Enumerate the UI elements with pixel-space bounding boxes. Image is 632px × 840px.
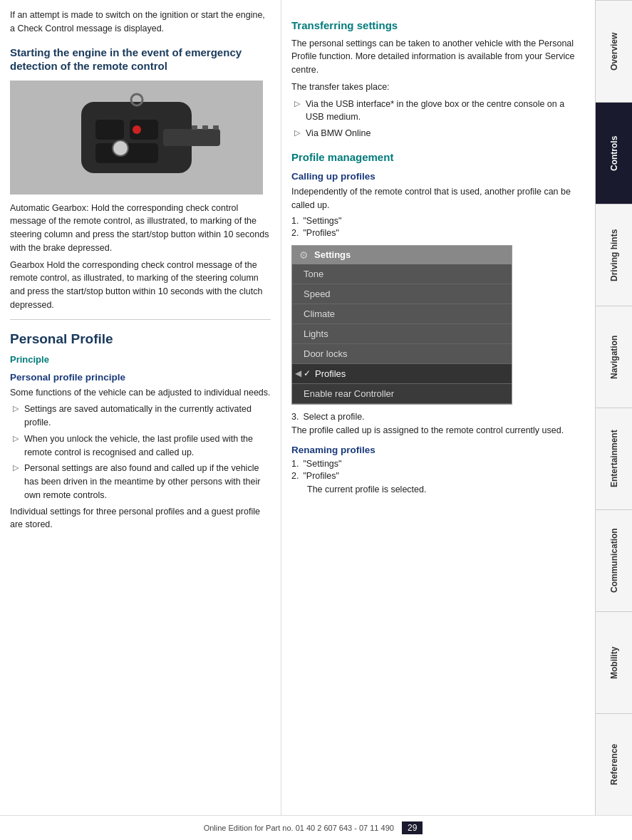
sidebar-tab-reference[interactable]: Reference bbox=[596, 713, 632, 815]
bullet-arrow-1: ▷ bbox=[13, 404, 19, 430]
check-mark-icon: ✓ bbox=[304, 368, 311, 378]
profile-footer-text: Individual settings for three personal p… bbox=[10, 505, 271, 532]
settings-menu-screenshot: ⚙ Settings Tone Speed Climate bbox=[291, 245, 512, 405]
page-number: 29 bbox=[402, 821, 423, 834]
transfer-bullet-arrow-2: ▷ bbox=[294, 128, 300, 140]
bullet-3: ▷ Personal settings are also found and c… bbox=[10, 462, 271, 502]
right-sidebar: Overview Controls Driving hints Navigati… bbox=[595, 0, 632, 815]
intro-text: If an attempt is made to switch on the i… bbox=[10, 9, 271, 36]
sidebar-tab-overview[interactable]: Overview bbox=[596, 0, 632, 102]
page-wrapper: If an attempt is made to switch on the i… bbox=[0, 0, 632, 815]
rename-step-1-text: "Settings" bbox=[303, 459, 341, 469]
rename-step-1: 1. "Settings" bbox=[291, 459, 585, 469]
svg-point-10 bbox=[113, 141, 128, 155]
svg-rect-6 bbox=[95, 120, 124, 140]
transfer-text2: The transfer takes place: bbox=[291, 81, 585, 94]
settings-item-doorlocks: Door locks bbox=[292, 344, 512, 364]
transfer-bullet-1: ▷ Via the USB interface* in the glove bo… bbox=[291, 98, 585, 125]
car-key-image bbox=[10, 81, 263, 195]
sidebar-tab-navigation[interactable]: Navigation bbox=[596, 306, 632, 408]
divider bbox=[10, 319, 271, 320]
transfer-text1: The personal settings can be taken to an… bbox=[291, 37, 585, 77]
svg-rect-5 bbox=[213, 125, 219, 130]
settings-item-tone: Tone bbox=[292, 264, 512, 284]
settings-item-speed: Speed bbox=[292, 284, 512, 304]
bullet-text-1: Settings are saved automatically in the … bbox=[24, 403, 271, 430]
bullet-1: ▷ Settings are saved automatically in th… bbox=[10, 403, 271, 430]
settings-gear-icon: ⚙ bbox=[299, 249, 309, 261]
bullet-text-3: Personal settings are also found and cal… bbox=[24, 462, 271, 502]
svg-rect-4 bbox=[202, 125, 208, 130]
calling-step-2-text: "Profiles" bbox=[303, 228, 339, 238]
svg-rect-3 bbox=[192, 125, 197, 130]
sidebar-tab-entertainment[interactable]: Entertainment bbox=[596, 408, 632, 509]
rename-after-text: The current profile is selected. bbox=[291, 483, 585, 497]
main-content: If an attempt is made to switch on the i… bbox=[0, 0, 632, 815]
bullet-text-2: When you unlock the vehicle, the last pr… bbox=[24, 432, 271, 460]
settings-menu-title: Settings bbox=[314, 249, 351, 260]
settings-item-enable-rear: Enable rear Controller bbox=[292, 384, 512, 404]
renaming-profiles-heading: Renaming profiles bbox=[291, 445, 585, 455]
profile-assigned-text: The profile called up is assigned to the… bbox=[291, 424, 585, 437]
settings-header: ⚙ Settings bbox=[292, 246, 512, 264]
settings-item-climate: Climate bbox=[292, 304, 512, 324]
nav-arrow-left-icon: ◀ bbox=[295, 368, 301, 378]
personal-profile-heading: Personal Profile bbox=[10, 331, 271, 347]
sidebar-tab-mobility[interactable]: Mobility bbox=[596, 611, 632, 713]
left-column: If an attempt is made to switch on the i… bbox=[0, 0, 281, 815]
principle-subheading: Personal profile principle bbox=[10, 372, 271, 383]
calling-step-1: 1. "Settings" bbox=[291, 216, 585, 226]
profile-management-heading: Profile management bbox=[291, 150, 585, 165]
transfer-bullet-2: ▷ Via BMW Online bbox=[291, 127, 585, 140]
svg-point-11 bbox=[133, 125, 141, 134]
bullet-2: ▷ When you unlock the vehicle, the last … bbox=[10, 432, 271, 460]
calling-up-text: Independently of the remote control that… bbox=[291, 185, 585, 212]
rename-step-2: 2. "Profiles" bbox=[291, 471, 585, 481]
gearbox-text: Gearbox Hold the corresponding check con… bbox=[10, 259, 271, 312]
bullet-arrow-3: ▷ bbox=[13, 463, 19, 502]
footer-text: Online Edition for Part no. 01 40 2 607 … bbox=[204, 824, 394, 832]
auto-gearbox-text: Automatic Gearbox: Hold the correspondin… bbox=[10, 202, 271, 255]
rename-step-2-text: "Profiles" bbox=[303, 471, 339, 481]
transferring-settings-heading: Transferring settings bbox=[291, 19, 585, 33]
calling-up-profiles-heading: Calling up profiles bbox=[291, 171, 585, 182]
calling-step-3: 3. Select a profile. bbox=[291, 412, 585, 422]
bullet-arrow-2: ▷ bbox=[13, 434, 19, 460]
svg-rect-2 bbox=[163, 129, 220, 146]
principle-text: Some functions of the vehicle can be adj… bbox=[10, 386, 271, 400]
principle-heading: Principle bbox=[10, 354, 271, 365]
calling-step-1-text: "Settings" bbox=[303, 216, 341, 226]
transfer-bullet-text-1: Via the USB interface* in the glove box … bbox=[306, 98, 585, 125]
calling-step-3-text: Select a profile. bbox=[303, 412, 364, 422]
transfer-bullet-arrow-1: ▷ bbox=[294, 99, 300, 125]
right-column: Transferring settings The personal setti… bbox=[281, 0, 595, 815]
emergency-heading: Starting the engine in the event of emer… bbox=[10, 46, 271, 73]
sidebar-tab-communication[interactable]: Communication bbox=[596, 509, 632, 611]
settings-item-profiles: ✓ Profiles ◀ bbox=[292, 364, 512, 384]
settings-item-lights: Lights bbox=[292, 324, 512, 344]
calling-step-2: 2. "Profiles" bbox=[291, 228, 585, 238]
transfer-bullet-text-2: Via BMW Online bbox=[306, 127, 371, 140]
sidebar-tab-controls[interactable]: Controls bbox=[596, 102, 632, 204]
sidebar-tab-driving-hints[interactable]: Driving hints bbox=[596, 204, 632, 306]
page-footer: Online Edition for Part no. 01 40 2 607 … bbox=[0, 815, 632, 840]
